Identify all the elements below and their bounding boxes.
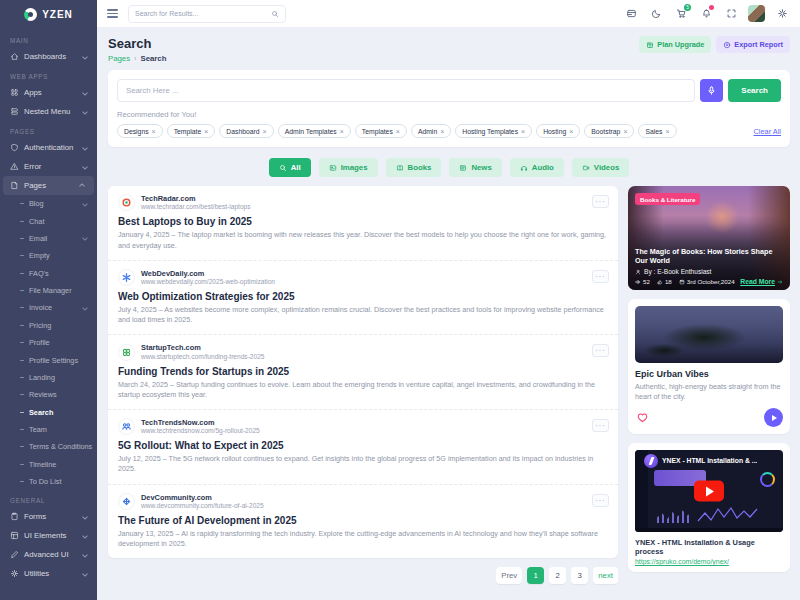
video-thumbnail[interactable]: YNEX - HTML Installation & ... [635,450,783,532]
tag-dashboard[interactable]: Dashboard [219,124,273,138]
pagination-prev[interactable]: Prev [496,567,522,584]
tag-admin[interactable]: Admin [411,124,451,138]
youtube-play-icon[interactable] [694,481,724,502]
pagination-next[interactable]: next [593,567,618,584]
breadcrumb-pages[interactable]: Pages [108,54,130,63]
result-site[interactable]: DevCommunity.com [141,493,264,502]
topbar-search-input[interactable] [135,10,271,17]
filter-audio-button[interactable]: Audio [510,158,564,177]
filter-news-button[interactable]: News [449,158,501,177]
result-title[interactable]: Funding Trends for Startups in 2025 [118,366,608,377]
tag-designs[interactable]: Designs [117,124,163,138]
sidebar-subitem-empty[interactable]: Empty [0,247,97,264]
bell-icon[interactable] [698,6,714,22]
settings-gear-icon[interactable] [774,6,790,22]
filter-books-button[interactable]: Books [386,158,442,177]
tag-admin-templates[interactable]: Admin Templates [278,124,351,138]
pagination-page-1[interactable]: 1 [527,567,544,584]
sidebar-subitem-blog[interactable]: Blog [0,195,97,212]
filter-videos-button[interactable]: Videos [572,158,629,177]
sidebar-subitem-invoice[interactable]: Invoice [0,299,97,316]
play-button[interactable] [764,408,783,427]
sidebar-subitem-file-manager[interactable]: File Manager [0,282,97,299]
fullscreen-icon[interactable] [723,6,739,22]
sidebar-subitem-reviews[interactable]: Reviews [0,386,97,403]
sidebar-item-authentication[interactable]: Authentication [0,138,97,157]
close-icon[interactable] [521,128,525,135]
sidebar-subitem-timeline[interactable]: Timeline [0,456,97,473]
sidebar-subitem-profile-settings[interactable]: Profile Settings [0,351,97,368]
sidebar-subitem-email[interactable]: Email [0,230,97,247]
tag-template[interactable]: Template [167,124,216,138]
sidebar-subitem-todo[interactable]: To Do List [0,473,97,490]
more-options-icon[interactable] [592,419,609,432]
read-more-link[interactable]: Read More [740,278,783,285]
filter-all-button[interactable]: All [269,158,311,177]
sidebar-item-pages[interactable]: Pages [3,176,94,195]
sidebar-item-nested-menu[interactable]: Nested Menu [0,102,97,121]
close-icon[interactable] [623,128,627,135]
sidebar-subitem-terms[interactable]: Terms & Conditions [0,438,97,455]
close-icon[interactable] [340,128,344,135]
sidebar-item-error[interactable]: Error [0,157,97,176]
sidebar-subitem-chat[interactable]: Chat [0,212,97,229]
sidebar-subitem-team[interactable]: Team [0,421,97,438]
like-heart-icon[interactable] [635,411,649,425]
more-options-icon[interactable] [592,195,609,208]
close-icon[interactable] [396,128,400,135]
sidebar-item-dashboards[interactable]: Dashboards [0,47,97,66]
tag-templates[interactable]: Templates [355,124,407,138]
plan-upgrade-button[interactable]: Plan Upgrade [639,36,711,53]
search-input[interactable] [117,79,695,102]
menu-toggle-icon[interactable] [107,9,118,17]
voice-search-button[interactable] [700,79,723,102]
result-site[interactable]: WebDevDaily.com [141,269,275,278]
book-feature-card[interactable]: Books & Literature The Magic of Books: H… [628,186,790,290]
tag-hosting-templates[interactable]: Hosting Templates [455,124,532,138]
sidebar-item-advanced-ui[interactable]: Advanced UI [0,545,97,564]
result-title[interactable]: The Future of AI Development in 2025 [118,515,608,526]
sidebar-item-ui-elements[interactable]: UI Elements [0,526,97,545]
filter-images-button[interactable]: Images [319,158,378,177]
result-site[interactable]: TechRadar.com [141,194,251,203]
sidebar-item-utilities[interactable]: Utilities [0,564,97,583]
sidebar-item-forms[interactable]: Forms [0,507,97,526]
close-icon[interactable] [152,128,156,135]
cart-icon[interactable]: 5 [673,6,689,22]
more-options-icon[interactable] [592,270,609,283]
search-button[interactable]: Search [728,79,781,102]
brand-logo[interactable]: YZEN [0,0,97,28]
user-avatar[interactable] [748,5,765,22]
result-title[interactable]: Best Laptops to Buy in 2025 [118,216,608,227]
close-icon[interactable] [440,128,444,135]
sidebar-item-apps[interactable]: Apps [0,83,97,102]
result-description: January 4, 2025 – The laptop market is b… [118,230,608,250]
sidebar-subitem-profile[interactable]: Profile [0,334,97,351]
more-options-icon[interactable] [592,494,609,507]
tag-hosting[interactable]: Hosting [536,124,580,138]
tag-sales[interactable]: Sales [638,124,676,138]
video-link[interactable]: https://spruko.com/demo/ynex/ [635,558,783,565]
search-icon[interactable] [271,10,279,18]
sidebar-subitem-faqs[interactable]: FAQ's [0,265,97,282]
sidebar-subitem-search[interactable]: Search [0,404,97,421]
close-icon[interactable] [665,128,669,135]
moon-icon[interactable] [648,6,664,22]
close-icon[interactable] [263,128,267,135]
pagination-page-3[interactable]: 3 [571,567,588,584]
export-report-button[interactable]: Export Report [716,36,790,53]
result-title[interactable]: Web Optimization Strategies for 2025 [118,291,608,302]
result-site[interactable]: TechTrendsNow.com [141,418,260,427]
flag-icon[interactable] [623,6,639,22]
result-site[interactable]: StartupTech.com [141,343,265,352]
close-icon[interactable] [569,128,573,135]
more-options-icon[interactable] [592,344,609,357]
sidebar-subitem-pricing[interactable]: Pricing [0,317,97,334]
result-title[interactable]: 5G Rollout: What to Expect in 2025 [118,440,608,451]
sidebar-subitem-landing[interactable]: Landing [0,369,97,386]
category-badge[interactable]: Books & Literature [635,193,700,205]
pagination-page-2[interactable]: 2 [549,567,566,584]
close-icon[interactable] [204,128,208,135]
tag-bootstrap[interactable]: Bootstrap [584,124,634,138]
clear-all-link[interactable]: Clear All [753,127,781,136]
